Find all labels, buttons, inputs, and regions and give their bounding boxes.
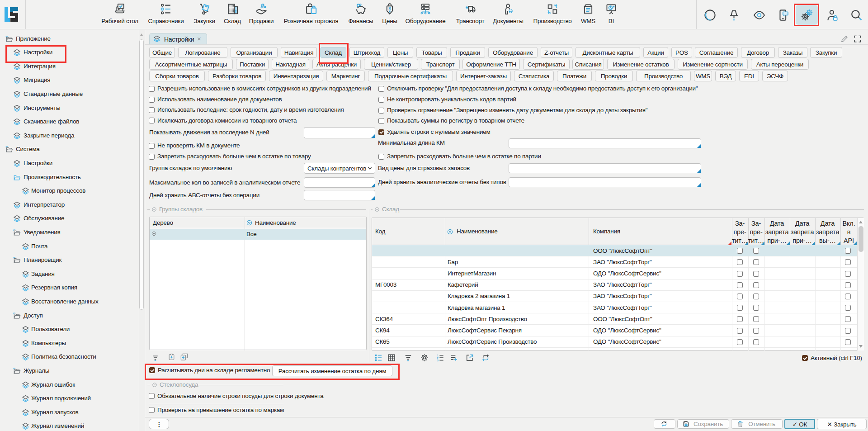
svg-text:$: $ (388, 6, 391, 11)
svg-text:3: 3 (437, 359, 439, 362)
